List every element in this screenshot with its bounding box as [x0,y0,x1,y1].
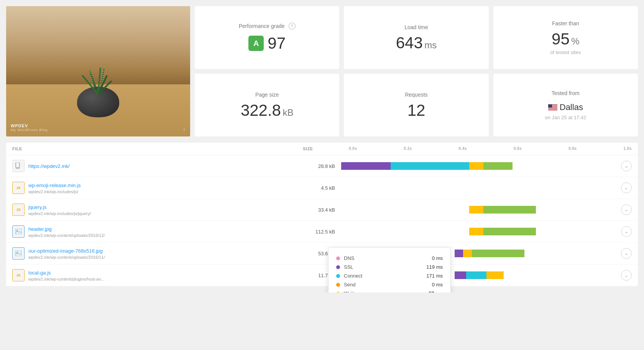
js-icon: JS [12,182,25,194]
wait-dot [336,292,340,293]
table-row: https://wpdev2.ink/ 28.8 kB ⌄ [6,155,638,177]
file-path: wpdev2.ink/wp-includes/js/jquery/ [28,211,91,216]
timeline-bar [341,162,632,170]
file-path: wpdev2.ink/wp-content/plugins/host-an... [28,277,105,281]
table-header: FILE SIZE 0.0s 0.2s 0.4s 0.6s 0.8s 1.0s [6,143,638,155]
ssl-value: 119 ms [426,264,443,270]
page-size-card: Page size 322.8 kB [195,74,339,136]
page-size-value: 322.8 kB [241,102,294,118]
grade-row: A 97 [248,34,286,53]
page-size-label: Page size [255,92,279,98]
dns-value: 0 ms [432,255,443,261]
img-icon [12,225,25,238]
file-name: wp-emoji-release.min.js wpdev2.ink/wp-in… [28,182,81,194]
svg-rect-4 [548,107,557,108]
expand-button[interactable]: ⌄ [621,161,632,171]
timeline-bar [341,184,632,192]
expand-button[interactable]: ⌄ [621,226,632,237]
expand-button[interactable]: ⌄ [621,248,632,259]
dns-dot [336,256,340,260]
tooltip-send-row: Send 0 ms [336,280,443,289]
connect-label: Connect [344,273,426,279]
send-label: Send [344,282,432,288]
requests-label: Requests [405,92,427,98]
metrics-grid: Performance grade ? A 97 Load time 643 m… [195,6,638,136]
requests-card: Requests 12 [344,74,488,136]
table-row: our-optimized-image-768x516.jpg wpdev2.i… [6,243,638,265]
file-size: 112.5 kB [303,229,341,235]
tested-from-label: Tested from [552,90,580,96]
files-table: FILE SIZE 0.0s 0.2s 0.4s 0.6s 0.8s 1.0s … [6,143,638,286]
tested-from-city: Dallas [548,102,583,112]
ssl-label: SSL [344,264,426,270]
ssl-dot [336,265,340,269]
help-icon[interactable]: ? [289,23,296,30]
tooltip-ssl-row: SSL 119 ms [336,263,443,271]
grade-badge: A [248,36,264,51]
faster-than-sub: of tested sites [550,49,581,55]
tested-from-card: Tested from Dallas on Jan 25 at 17:42 [493,74,638,136]
load-time-value: 643 ms [396,35,437,51]
file-info: JS wp-emoji-release.min.js wpdev2.ink/wp… [12,182,303,194]
file-info: JS jquery.js wpdev2.ink/wp-includes/js/j… [12,204,303,216]
file-info: our-optimized-image-768x516.jpg wpdev2.i… [12,247,303,260]
js-icon: JS [12,269,25,281]
faster-than-label: Faster than [552,20,579,26]
load-time-label: Load time [404,24,428,30]
tick-2: 0.4s [459,146,467,151]
file-info: https://wpdev2.ink/ [12,160,303,172]
table-body: https://wpdev2.ink/ 28.8 kB ⌄ JS wp-emoj… [6,155,638,286]
file-info: JS local-ga.js wpdev2.ink/wp-content/plu… [12,269,303,281]
load-time-card: Load time 643 ms [344,6,488,69]
file-size: 28.8 kB [303,163,341,169]
tooltip-dns-row: DNS 0 ms [336,254,443,263]
js-icon: JS [12,204,25,216]
file-name: local-ga.js wpdev2.ink/wp-content/plugin… [28,269,105,281]
tick-1: 0.2s [404,146,412,151]
table-row: JS wp-emoji-release.min.js wpdev2.ink/wp… [6,177,638,199]
timeline-bar [341,206,632,214]
expand-button[interactable]: ⌄ [621,204,632,215]
file-path: wpdev2.ink/wp-content/uploads/2016/11/ [28,255,105,260]
timeline-bar [341,228,632,235]
svg-rect-8 [16,163,20,168]
tick-4: 0.8s [568,146,577,151]
file-header: FILE [12,146,303,151]
connect-value: 171 ms [426,273,443,279]
performance-card: Performance grade ? A 97 [195,6,339,69]
file-path: wpdev2.ink/wp-includes/js/ [28,189,81,194]
file-name: header.jpg wpdev2.ink/wp-content/uploads… [28,225,105,238]
tested-from-date: on Jan 25 at 17:42 [545,115,586,120]
doc-icon [12,160,25,172]
screenshot-card: WPDEV My WordPress Blog ↕ [6,6,190,136]
svg-rect-10 [15,229,21,234]
tick-5: 1.0s [623,146,631,151]
requests-value: 12 [407,102,426,118]
file-path: wpdev2.ink/wp-content/uploads/2016/12/ [28,233,105,238]
table-row: JS jquery.js wpdev2.ink/wp-includes/js/j… [6,199,638,221]
svg-rect-12 [15,251,21,256]
wait-label: Wait [344,291,429,292]
tick-3: 0.6s [514,146,522,151]
performance-label: Performance grade ? [239,23,296,30]
size-header: SIZE [303,146,341,151]
file-size: 33.4 kB [303,207,341,213]
wait-value: 57 ms [429,291,443,292]
file-size: 4.5 kB [303,185,341,191]
img-icon [12,247,25,260]
send-dot [336,283,340,287]
expand-button[interactable]: ⌄ [621,182,632,193]
timeline-header: 0.0s 0.2s 0.4s 0.6s 0.8s 1.0s [341,146,632,151]
tooltip-wait-row: Wait 57 ms [336,289,443,292]
connect-dot [336,274,340,278]
file-name: jquery.js wpdev2.ink/wp-includes/js/jque… [28,204,91,216]
table-row: header.jpg wpdev2.ink/wp-content/uploads… [6,221,638,243]
send-value: 0 ms [432,282,443,288]
expand-button[interactable]: ⌄ [621,270,632,281]
svg-rect-6 [548,109,557,110]
svg-rect-5 [548,108,557,109]
file-info: header.jpg wpdev2.ink/wp-content/uploads… [12,225,303,238]
dns-label: DNS [344,255,432,261]
tooltip-popup: DNS 0 ms SSL 119 ms Connect 171 ms Send … [328,247,451,292]
file-name: our-optimized-image-768x516.jpg wpdev2.i… [28,247,105,260]
